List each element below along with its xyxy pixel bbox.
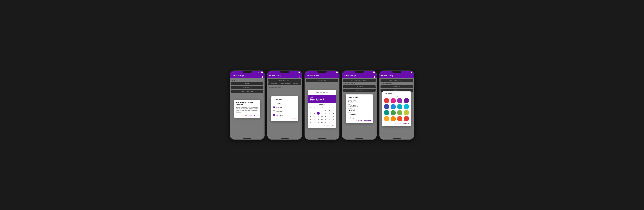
wifi-cancel-btn[interactable]: CANCEL [356, 120, 362, 122]
color-dot-2 [397, 96, 398, 96]
time-2: 6:33 [269, 71, 271, 73]
menu-icon-1[interactable] [262, 76, 263, 76]
checkbox-instagram[interactable] [273, 111, 275, 112]
phone-1: 6:33 ▲ Material Dialogs Basic BASIC BASI… [230, 70, 265, 140]
app-bar-1: Material Dialogs [230, 73, 264, 78]
wifi-signal-value: Excellent [348, 101, 371, 103]
app-bar-5: Material Dialogs [380, 73, 414, 78]
app-title-5: Material Dialogs [381, 75, 394, 77]
color-orange[interactable] [390, 116, 396, 122]
color-green[interactable] [390, 110, 396, 116]
time-4: 6:34 [344, 71, 346, 73]
color-red[interactable] [384, 98, 389, 103]
color-picker-title: Custom ARGB [384, 93, 410, 95]
checkbox-facebook[interactable] [273, 114, 275, 116]
time-5: 6:34 [381, 71, 384, 73]
app-title-3: Material Dialogs [306, 75, 319, 77]
dialog-body-1: Let Google help apps determine location.… [234, 106, 260, 114]
time-1: 6:33 [232, 71, 234, 73]
dialog-title-1: Use Google's Location Services? [234, 100, 260, 106]
label-twitter: Twitter [276, 103, 280, 104]
menu-icon-4[interactable] [374, 76, 375, 76]
dialog-overlay-4: Google Wifi Signal strength Excellent SS… [342, 78, 376, 140]
color-yellow[interactable] [384, 116, 389, 122]
app-title-4: Material Dialogs [344, 75, 356, 77]
wifi-dialog: Google Wifi Signal strength Excellent SS… [346, 94, 373, 123]
menu-icon-5[interactable] [412, 76, 412, 76]
screen-3: FILE CHOOSER Select Date and Time 2019 T… [305, 78, 339, 140]
date-picker-dialog: Select Date and Time 2019 Tue, May 7 ‹ M… [308, 90, 336, 128]
date-cancel-btn[interactable]: CANCEL [324, 125, 330, 126]
color-pink[interactable] [390, 98, 396, 103]
battery-icon-3 [336, 71, 338, 73]
dialog-overlay-2: Social Networks Twitter Google+ Instagra… [268, 78, 302, 140]
label-google: Google+ [276, 107, 282, 108]
wifi-actions: CANCEL CONNECT [348, 120, 371, 122]
cal-week-5: 26 27 28 29 30 31 [309, 121, 335, 124]
signal-icon [258, 71, 259, 73]
menu-icon-2[interactable] [300, 76, 300, 76]
color-deep-orange[interactable] [397, 116, 402, 122]
phone-5: 6:34 ▲ Material Dialogs FOLDER CHOOSER +… [379, 70, 414, 140]
date-year: 2019 [310, 96, 334, 98]
choose-button[interactable]: CHOOSE [290, 118, 296, 120]
wifi-password-input[interactable] [348, 113, 371, 116]
phone-2: 6:33 ▲ Material Dialogs LIST LONG + TITL… [267, 70, 302, 140]
wifi-security-field: Security 802.1x EAP [348, 108, 371, 111]
picker-dots [308, 93, 336, 95]
app-bar-3: Material Dialogs [305, 73, 339, 78]
dialog-overlay-1: Use Google's Location Services? Let Goog… [230, 78, 264, 140]
cal-next[interactable]: › [334, 104, 334, 106]
color-light-green[interactable] [397, 110, 402, 116]
battery-icon-4 [373, 71, 375, 73]
color-indigo[interactable] [384, 104, 389, 110]
battery-icon-2 [298, 71, 300, 73]
cal-prev[interactable]: ‹ [310, 104, 310, 106]
calendar-grid: S M T W T F S [308, 107, 336, 124]
color-dots [384, 96, 410, 96]
wifi-connect-btn[interactable]: CONNECT [364, 120, 371, 122]
color-teal[interactable] [397, 104, 402, 110]
color-green-teal[interactable] [384, 110, 389, 116]
date-header: 2019 Tue, May 7 [308, 95, 336, 103]
color-actions: CANCEL SELECT [384, 122, 410, 125]
color-blue[interactable] [390, 104, 396, 110]
network-icon-5: ▲ [409, 71, 410, 73]
cal-week-3: 12 13 14 15 16 17 18 [309, 115, 335, 118]
menu-icon-3[interactable] [337, 76, 338, 76]
choice-item-google: Google+ [271, 106, 298, 110]
color-select-btn[interactable]: SELECT [404, 123, 409, 125]
color-deep-purple[interactable] [404, 98, 409, 103]
phone-3: 6:33 ▲ Material Dialogs FILE CHOOSER Sel… [304, 70, 340, 140]
color-picker-area: Custom ARGB [382, 91, 411, 126]
wifi-ssid-value: Material Dialogs [348, 105, 371, 107]
disagree-btn[interactable]: DISAGREE [245, 115, 252, 117]
dot-1 [321, 94, 322, 94]
time-3: 6:33 [306, 71, 309, 73]
date-ok-btn[interactable]: OK [332, 125, 334, 126]
wifi-security-label: Security [348, 108, 371, 109]
app-title-2: Material Dialogs [269, 75, 281, 77]
cal-week-1: 1 2 3 4 [309, 109, 335, 112]
wifi-ssid-field: SSID Material Dialogs [348, 104, 371, 107]
network-icon-3: ▲ [334, 71, 335, 73]
cal-week-4: 19 20 21 22 23 24 25 [309, 118, 335, 121]
screen-2: LIST LONG + TITLE LIST + TITLE + CHECKBO… [268, 78, 302, 140]
app-bar-2: Material Dialogs [268, 73, 302, 78]
agree-btn[interactable]: AGREE [254, 115, 259, 117]
color-red-2[interactable] [404, 116, 409, 122]
network-icon-4: ▲ [372, 71, 373, 73]
calendar-header: ‹ May 2019 › [308, 103, 336, 107]
checkbox-twitter[interactable] [273, 102, 275, 104]
color-cyan[interactable] [404, 104, 409, 110]
social-title: Social Networks [271, 96, 298, 101]
color-lime[interactable] [404, 110, 409, 116]
show-password-checkbox[interactable] [348, 117, 349, 119]
color-cancel-btn[interactable]: CANCEL [396, 123, 402, 125]
color-purple[interactable] [397, 98, 402, 103]
dialog-overlay-3: Select Date and Time 2019 Tue, May 7 ‹ M… [305, 78, 339, 140]
color-grid [384, 97, 410, 122]
choice-item-facebook: Facebook [271, 113, 298, 117]
location-dialog: Use Google's Location Services? Let Goog… [234, 100, 260, 118]
checkbox-google[interactable] [273, 107, 275, 108]
